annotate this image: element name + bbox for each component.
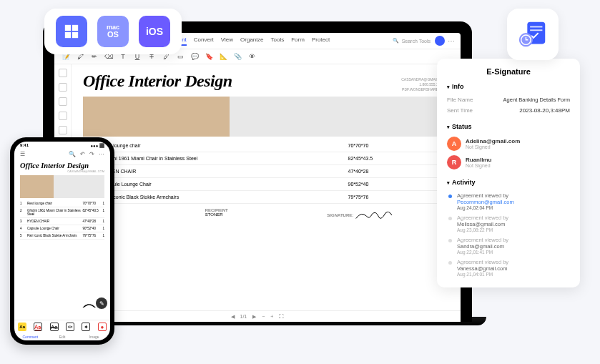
tab-protect[interactable]: Protect [312,36,330,46]
ios-icon: iOS [139,16,170,47]
comments-icon[interactable] [59,126,67,134]
svg-rect-6 [530,29,542,31]
bookmarks-icon[interactable] [59,83,67,92]
signature-add-button[interactable]: ✎ [96,297,107,309]
search-icon[interactable]: 🔍 [69,151,76,157]
prev-page-icon[interactable]: ◀ [231,314,235,320]
svg-rect-0 [65,25,71,31]
document-canvas: Office Interior Design CASSANDRA@GMAIL.C… [72,64,461,310]
activity-item: Agreement viewed byVanessa@gmail.comAug … [447,257,570,279]
esignature-panel: E-Signature Info File NameAgent Banking … [437,59,580,287]
table-row: 2Ghidini 1961 Miami Chair in Stainless S… [83,152,449,165]
attachments-icon[interactable] [59,112,67,120]
svg-rect-2 [65,32,71,38]
redo-icon[interactable]: ↷ [89,151,94,157]
measure-icon[interactable]: 📐 [219,52,227,61]
font-a-icon[interactable]: A̲a̲ [34,323,42,331]
svg-rect-5 [530,26,542,28]
app-window: Home Edit Comment Convert View Organize … [54,33,461,322]
list-item: 5Pair Iconic Black Stokke Armchairs79*75… [20,232,104,240]
stamp-icon[interactable]: 🔖 [205,52,213,61]
phone-statusbar: 9:41●●● ⬛ [14,142,110,149]
next-page-icon[interactable]: ▶ [252,314,256,320]
tab-tools[interactable]: Tools [271,36,285,46]
phone-doc-meta: CASSANDRA@GMAIL.COM [14,169,110,173]
esig-info-heading[interactable]: Info [447,83,570,90]
phone-tab-edit[interactable]: Edit [46,333,79,340]
text-style-icon[interactable]: Aa [18,323,26,331]
hero-image [83,97,449,137]
esig-status-heading[interactable]: Status [447,123,570,130]
phone-toolbar: ☰ 🔍 ↶ ↷ ⋯ [14,149,110,159]
zoom-out-icon[interactable]: − [262,314,265,319]
phone-hero-image [20,175,104,198]
document-title: Office Interior Design [83,72,449,91]
table-row: 4Capsule Lounge Chair90*52*401 [83,178,449,191]
more-icon[interactable]: ⋯ [448,37,455,45]
phone-doc-title: Office Interior Design [14,159,110,169]
search-area[interactable]: 🔍 Search Tools [393,38,431,44]
list-item: 3HYDEN CHAIR47*40*281 [20,218,104,225]
user-avatar[interactable] [435,36,445,46]
tab-organize[interactable]: Organize [240,36,263,46]
layers-icon[interactable] [59,97,67,106]
list-item: 4Capsule Lounge Chair90*52*401 [20,225,104,232]
more-tools-icon[interactable]: ● [98,323,107,331]
avatar: A [447,137,461,151]
thumbnails-icon[interactable] [59,69,67,77]
zoom-in-icon[interactable]: + [270,314,273,319]
phone-bottom-bar: Aa A̲a̲ Aa ✏ ✦ ● Comment Edit Image [14,320,110,340]
os-badges: macOS iOS [44,9,182,54]
fit-icon[interactable]: ⛶ [279,314,284,319]
activity-item: Agreement viewed bySandra@gmail.comAug 2… [447,235,570,257]
draw-icon[interactable]: ✏ [66,323,74,331]
phone-frame: 9:41●●● ⬛ ☰ 🔍 ↶ ↷ ⋯ Office Interior Desi… [10,137,114,345]
esig-title: E-Signature [447,67,570,76]
callout-icon[interactable]: 💬 [190,52,199,61]
phone-tab-image[interactable]: Image [78,333,110,340]
phone-table: 1Rest lounge chair70*70*7012Ghidini 1961… [20,200,104,240]
table-row: 1Rest lounge chair70*70*701 [83,139,449,152]
attach-icon[interactable]: 📎 [233,52,242,61]
page-indicator: 1/1 [240,314,247,319]
table-row: 3HYDEN CHAIR47*40*281 [83,165,449,178]
list-item: 2Ghidini 1961 Miami Chair in Stainless S… [20,207,104,218]
signer-item: AAdelina@gmail.comNot Signed [447,134,570,153]
eye-icon[interactable]: 👁 [247,52,256,61]
svg-rect-3 [72,32,78,38]
shape-icon[interactable]: ▭ [176,52,185,61]
footer-row: BANKdeuram RECIPIENTSTONER SIGNATURE: [83,208,449,222]
signer-item: RRuanllmuNot Signed [447,153,570,172]
activity-item: Agreement viewed byMelissa@gmail.comAug … [447,212,570,235]
status-bar: ◀ 1/1 ▶ − + ⛶ [54,310,461,322]
macos-icon: macOS [97,16,129,47]
windows-icon [56,16,87,47]
phone-tab-comment[interactable]: Comment [14,333,46,340]
list-item: 1Rest lounge chair70*70*701 [20,200,104,207]
more-icon[interactable]: ⋯ [99,151,104,157]
signature-mark [353,208,396,222]
esig-activity-heading[interactable]: Activity [447,179,570,186]
tab-convert[interactable]: Convert [194,36,214,46]
table-row: 5Pair Iconic Black Stokke Armchairs79*75… [83,191,449,204]
avatar: R [447,155,461,169]
back-icon[interactable]: ☰ [20,151,25,157]
tab-form[interactable]: Form [291,36,305,46]
stamp-icon[interactable]: ✦ [82,323,90,331]
phone-screen: 9:41●●● ⬛ ☰ 🔍 ↶ ↷ ⋯ Office Interior Desi… [14,142,110,340]
font-b-icon[interactable]: Aa [50,323,59,331]
items-table: 1Rest lounge chair70*70*7012Ghidini 1961… [83,139,449,204]
undo-icon[interactable]: ↶ [80,151,85,157]
svg-rect-1 [72,25,78,31]
activity-item: Agreement viewed byPecommon@gmail.comAug… [447,190,570,212]
esign-app-icon [507,9,559,60]
tab-view[interactable]: View [221,36,233,46]
